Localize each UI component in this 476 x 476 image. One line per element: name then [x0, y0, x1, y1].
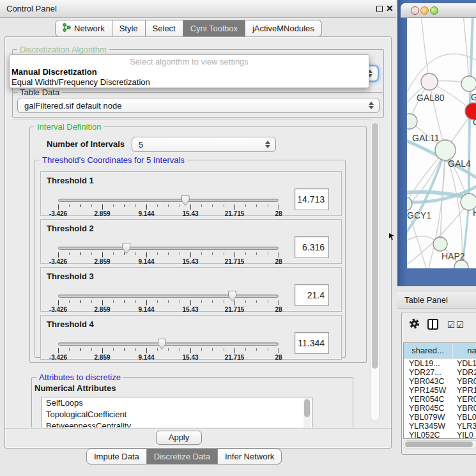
- column-header-name[interactable]: na: [453, 343, 476, 358]
- slider-track: [58, 199, 279, 202]
- threshold-1-label: Threshold 1: [47, 176, 94, 185]
- threshold-4-label: Threshold 4: [47, 319, 94, 329]
- network-node[interactable]: [407, 197, 412, 211]
- slider-scale-labels: -3.426 2.859 9.144 15.43 21.715 28: [58, 257, 279, 265]
- table-toolbar: ☑ ☑: [402, 312, 476, 342]
- threshold-3-value-field[interactable]: 21.4: [295, 284, 329, 306]
- attributes-list-scrollbar[interactable]: [303, 398, 311, 427]
- network-node[interactable]: [461, 76, 476, 91]
- tab-jactivemnodules[interactable]: jActiveMNodules: [245, 20, 322, 37]
- column-header-shared[interactable]: shared...: [404, 343, 452, 358]
- table-data-combobox[interactable]: galFiltered.sif default node: [17, 98, 380, 113]
- table-row[interactable]: YIL052CYIL0: [404, 431, 476, 439]
- close-icon[interactable]: ✕: [386, 3, 394, 13]
- network-node-label: GAL11: [412, 133, 440, 143]
- settings-scrollbar[interactable]: [371, 121, 380, 421]
- tab-style[interactable]: Style: [112, 20, 146, 37]
- threshold-panel-2: Threshold 2 -3.426 2.859 9.144 15.43 21.…: [40, 219, 342, 264]
- interval-definition-group-label: Interval Definition: [35, 122, 104, 132]
- scrollbar-thumb[interactable]: [372, 123, 378, 369]
- threshold-coordinates-group: Threshold's Coordinates for 5 Intervals …: [35, 160, 346, 358]
- network-node-label: GAL4: [448, 158, 471, 169]
- node-attribute-table: shared... na YDL19...YDL1 YDR27...YDR2 Y…: [403, 342, 476, 439]
- table-row[interactable]: YBR045CYBR0: [404, 404, 476, 413]
- tab-discretize-data[interactable]: Discretize Data: [147, 449, 218, 464]
- attributes-group-label: Attributes to discretize: [36, 372, 123, 382]
- network-node[interactable]: [433, 237, 447, 251]
- list-item[interactable]: TopologicalCoefficient: [42, 409, 312, 420]
- close-traffic-light-icon[interactable]: [411, 6, 419, 15]
- list-item[interactable]: BetweennessCentrality: [42, 420, 312, 427]
- table-panel-title: Table Panel: [404, 295, 448, 305]
- slider-track: [58, 342, 279, 346]
- threshold-4-value-field[interactable]: 11.344: [295, 332, 329, 354]
- network-node-label: H: [473, 208, 476, 218]
- table-row[interactable]: YDL19...YDL1: [404, 360, 476, 369]
- network-node-label: GAL80: [417, 93, 445, 103]
- network-canvas[interactable]: GAL80GACGAL11GAL4GCY1HHAP2: [407, 18, 476, 268]
- threshold-3-label: Threshold 3: [47, 272, 94, 281]
- tab-impute-data[interactable]: Impute Data: [86, 449, 147, 464]
- bottom-tab-bar: Impute Data Discretize Data Infer Networ…: [86, 449, 282, 464]
- table-panel: ☑ ☑ shared... na YDL19...YDL1 YDR27...YD…: [401, 312, 476, 455]
- network-node-label: GA: [471, 92, 476, 102]
- threshold-2-label: Threshold 2: [47, 224, 94, 233]
- slider-scale-labels: -3.426 2.859 9.144 15.43 21.715 28: [58, 209, 279, 217]
- network-node-label: GCY1: [407, 210, 431, 220]
- number-of-intervals-combobox[interactable]: 5: [132, 137, 276, 152]
- columns-icon[interactable]: [427, 319, 438, 330]
- checkbox-select-all-icon[interactable]: ☑: [456, 320, 464, 330]
- network-window-titlebar: [401, 3, 476, 18]
- combo-arrows-icon: [369, 102, 374, 109]
- tab-infer-network[interactable]: Infer Network: [218, 449, 282, 464]
- window-title: Control Panel: [6, 4, 57, 13]
- float-window-icon[interactable]: [376, 6, 383, 12]
- network-view-window: GAL80GACGAL11GAL4GCY1HHAP2: [397, 0, 476, 286]
- table-row[interactable]: YDR27...YDR2: [404, 369, 476, 378]
- number-of-intervals-label: Number of Intervals: [47, 139, 125, 149]
- threshold-2-value-field[interactable]: 6.316: [295, 236, 329, 258]
- network-edge: [463, 18, 469, 84]
- threshold-coordinates-group-label: Threshold's Coordinates for 5 Intervals: [40, 155, 187, 165]
- tab-network-label: Network: [74, 24, 105, 33]
- numerical-attributes-label: Numerical Attributes: [35, 383, 116, 393]
- dropdown-option-manual-discretization[interactable]: Manual Discretization: [12, 67, 97, 77]
- scrollbar-thumb[interactable]: [405, 441, 473, 447]
- discretization-algorithm-group-label: Discretization Algorithm: [17, 45, 109, 54]
- network-node-label: HAP2: [441, 251, 465, 261]
- table-row[interactable]: YBL079WYBL0: [404, 413, 476, 422]
- combo-arrows-icon: [265, 141, 270, 148]
- slider-scale-labels: -3.426 2.859 9.144 15.43 21.715 28: [58, 353, 279, 360]
- list-item[interactable]: SelfLoops: [42, 397, 312, 409]
- table-panel-titlebar: Table Panel: [397, 291, 476, 309]
- table-row[interactable]: YPR145WYPR1: [404, 387, 476, 395]
- zoom-traffic-light-icon[interactable]: [430, 6, 438, 15]
- table-row[interactable]: YBR043CYBR0: [404, 378, 476, 387]
- scrollbar-thumb[interactable]: [304, 399, 310, 417]
- table-horizontal-scrollbar[interactable]: [403, 440, 476, 449]
- table-row[interactable]: YLR345WYLR3: [404, 422, 476, 431]
- checkbox-select-icon[interactable]: ☑: [447, 320, 455, 330]
- network-icon: [63, 23, 71, 34]
- apply-button[interactable]: Apply: [156, 431, 202, 445]
- table-data-group-label: Table Data: [17, 88, 62, 97]
- minimize-traffic-light-icon[interactable]: [420, 6, 429, 15]
- dropdown-option-equal-width-frequency[interactable]: Equal Width/Frequency Discretization: [12, 77, 150, 87]
- control-panel-titlebar: Control Panel ✕: [0, 0, 396, 18]
- threshold-1-value-field[interactable]: 14.713: [295, 188, 329, 210]
- slider-scale-labels: -3.426 2.859 9.144 15.43 21.715 28: [58, 305, 279, 312]
- network-node-label: C: [473, 117, 476, 127]
- numerical-attributes-list[interactable]: SelfLoops TopologicalCoefficient Between…: [41, 397, 312, 427]
- slider-track: [58, 295, 279, 298]
- table-row[interactable]: YER054CYER0: [404, 395, 476, 404]
- top-tab-bar: Network Style Select Cyni Toolbox jActiv…: [55, 20, 322, 37]
- slider-track: [58, 247, 279, 250]
- threshold-panel-3: Threshold 3 -3.426 2.859 9.144 15.43 21.…: [40, 267, 342, 312]
- gear-icon[interactable]: [408, 318, 420, 332]
- tab-cyni-toolbox[interactable]: Cyni Toolbox: [183, 20, 245, 37]
- network-node[interactable]: [421, 73, 438, 90]
- mouse-cursor: [389, 231, 395, 243]
- tab-network[interactable]: Network: [55, 20, 112, 37]
- network-node[interactable]: [407, 114, 417, 129]
- tab-select[interactable]: Select: [146, 20, 183, 37]
